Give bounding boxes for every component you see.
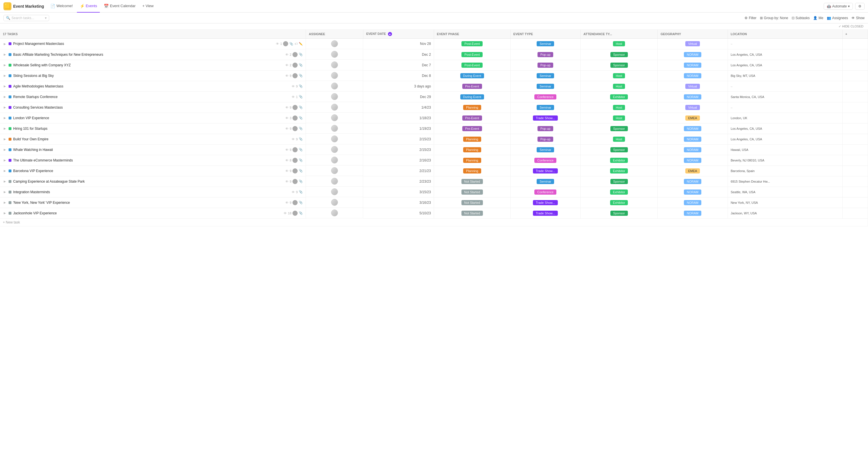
phase-cell[interactable]: Post-Event xyxy=(434,39,510,50)
attendance-cell[interactable]: Host xyxy=(580,113,658,123)
hide-closed-bar[interactable]: ✓ HIDE CLOSED xyxy=(0,24,868,30)
search-box[interactable]: 🔍 Search tasks... ▾ xyxy=(3,15,49,21)
assignee-cell[interactable] xyxy=(306,60,363,70)
me-button[interactable]: 👤 Me xyxy=(813,16,824,20)
assignees-button[interactable]: 👥 Assignees xyxy=(827,16,848,20)
task-name[interactable]: Build Your Own Empire xyxy=(13,137,289,141)
expand-button[interactable]: ▶ xyxy=(3,95,7,98)
geo-cell[interactable]: Virtual xyxy=(658,81,727,91)
attendance-cell[interactable]: Exhibitor xyxy=(580,187,658,197)
phase-cell[interactable]: During Event xyxy=(434,91,510,102)
task-name[interactable]: Remote Startups Conference xyxy=(13,95,289,99)
assignee-cell[interactable] xyxy=(306,197,363,208)
assignee-cell[interactable] xyxy=(306,208,363,218)
task-name[interactable]: Consulting Services Masterclass xyxy=(13,105,282,110)
geo-cell[interactable]: NORAM xyxy=(658,123,727,134)
tab-add-view[interactable]: + View xyxy=(140,0,156,12)
task-name[interactable]: Skiing Sessions at Big Sky xyxy=(13,74,282,78)
type-cell[interactable]: Trade Show... xyxy=(510,208,580,218)
assignee-cell[interactable] xyxy=(306,165,363,176)
type-cell[interactable]: Conference xyxy=(510,91,580,102)
col-header-type[interactable]: EVENT TYPE xyxy=(510,30,580,39)
assignee-cell[interactable] xyxy=(306,187,363,197)
tab-calendar[interactable]: 📅 Event Calendar xyxy=(101,0,138,12)
attendance-cell[interactable]: Host xyxy=(580,70,658,81)
type-cell[interactable]: Pop-up xyxy=(510,60,580,70)
attendance-cell[interactable]: Host xyxy=(580,102,658,113)
expand-button[interactable]: ▶ xyxy=(3,190,7,193)
attendance-cell[interactable]: Sponsor xyxy=(580,176,658,187)
expand-button[interactable]: ▶ xyxy=(3,169,7,172)
expand-button[interactable]: ▶ xyxy=(3,159,7,162)
task-name[interactable]: Project Management Masterclass xyxy=(13,42,273,46)
geo-cell[interactable]: NORAM xyxy=(658,60,727,70)
attendance-cell[interactable]: Sponsor xyxy=(580,144,658,155)
type-cell[interactable]: Seminar xyxy=(510,39,580,50)
phase-cell[interactable]: Planning xyxy=(434,134,510,144)
expand-button[interactable]: ▶ xyxy=(3,106,7,109)
add-task-cell[interactable]: + New task xyxy=(0,218,868,226)
expand-button[interactable]: ▶ xyxy=(3,53,7,56)
task-name[interactable]: Wholesale Selling with Company XYZ xyxy=(13,63,282,67)
geo-cell[interactable]: NORAM xyxy=(658,187,727,197)
expand-button[interactable]: ▶ xyxy=(3,137,7,141)
task-name[interactable]: The Ultimate eCommerce Masterminds xyxy=(13,158,282,162)
attendance-cell[interactable]: Sponsor xyxy=(580,49,658,60)
type-cell[interactable]: Seminar xyxy=(510,81,580,91)
expand-button[interactable]: ▶ xyxy=(3,148,7,151)
expand-button[interactable]: ▶ xyxy=(3,74,7,77)
phase-cell[interactable]: Post-Event xyxy=(434,49,510,60)
type-cell[interactable]: Pop-up xyxy=(510,123,580,134)
expand-button[interactable]: ▶ xyxy=(3,63,7,67)
phase-cell[interactable]: Pre-Event xyxy=(434,113,510,123)
type-cell[interactable]: Seminar xyxy=(510,70,580,81)
attendance-cell[interactable]: Sponsor xyxy=(580,123,658,134)
phase-cell[interactable]: Planning xyxy=(434,155,510,165)
assignee-cell[interactable] xyxy=(306,176,363,187)
task-name[interactable]: Whale Watching in Hawaii xyxy=(13,148,282,152)
assignee-cell[interactable] xyxy=(306,81,363,91)
phase-cell[interactable]: Not Started xyxy=(434,197,510,208)
phase-cell[interactable]: Not Started xyxy=(434,208,510,218)
subtasks-button[interactable]: ⊡ Subtasks xyxy=(792,16,810,20)
group-button[interactable]: ⊞ Group by: None xyxy=(760,16,788,20)
task-name[interactable]: Jacksonhole VIP Experience xyxy=(13,211,281,215)
col-header-attendance[interactable]: ATTENDANCE TY... xyxy=(580,30,658,39)
type-cell[interactable]: Seminar xyxy=(510,144,580,155)
col-header-assignee[interactable]: ASSIGNEE xyxy=(306,30,363,39)
geo-cell[interactable]: NORAM xyxy=(658,49,727,60)
phase-cell[interactable]: Pre-Event xyxy=(434,123,510,134)
geo-cell[interactable]: NORAM xyxy=(658,144,727,155)
assignee-cell[interactable] xyxy=(306,70,363,81)
assignee-cell[interactable] xyxy=(306,102,363,113)
assignee-cell[interactable] xyxy=(306,123,363,134)
task-name[interactable]: Barcelona VIP Experience xyxy=(13,169,282,173)
assignee-cell[interactable] xyxy=(306,113,363,123)
phase-cell[interactable]: Planning xyxy=(434,102,510,113)
geo-cell[interactable]: EMEA xyxy=(658,113,727,123)
expand-button[interactable]: ▶ xyxy=(3,116,7,120)
tab-welcome[interactable]: 📄 Welcome! xyxy=(48,0,76,12)
task-name[interactable]: London VIP Experience xyxy=(13,116,282,120)
type-cell[interactable]: Seminar xyxy=(510,176,580,187)
geo-cell[interactable]: NORAM xyxy=(658,134,727,144)
attendance-cell[interactable]: Exhibitor xyxy=(580,165,658,176)
expand-button[interactable]: ▶ xyxy=(3,42,7,45)
type-cell[interactable]: Conference xyxy=(510,155,580,165)
attendance-cell[interactable]: Host xyxy=(580,39,658,50)
tab-events[interactable]: ⚡ Events xyxy=(77,0,100,12)
attendance-cell[interactable]: Host xyxy=(580,134,658,144)
assignee-cell[interactable] xyxy=(306,144,363,155)
phase-cell[interactable]: During Event xyxy=(434,70,510,81)
geo-cell[interactable]: NORAM xyxy=(658,208,727,218)
attendance-cell[interactable]: Host xyxy=(580,81,658,91)
type-cell[interactable]: Seminar xyxy=(510,102,580,113)
col-header-location[interactable]: LOCATION xyxy=(727,30,842,39)
phase-cell[interactable]: Not Started xyxy=(434,187,510,197)
expand-button[interactable]: ▶ xyxy=(3,180,7,183)
geo-cell[interactable]: Virtual xyxy=(658,39,727,50)
type-cell[interactable]: Trade Show... xyxy=(510,113,580,123)
geo-cell[interactable]: NORAM xyxy=(658,197,727,208)
assignee-cell[interactable] xyxy=(306,39,363,49)
task-name[interactable]: Integration Masterminds xyxy=(13,190,289,194)
